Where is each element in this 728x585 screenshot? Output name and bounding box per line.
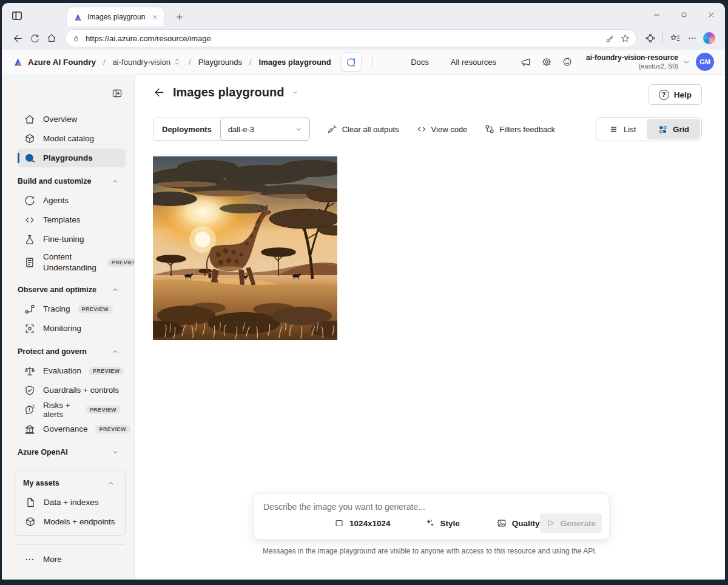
new-tab-button[interactable] [173, 10, 186, 24]
prompt-input[interactable]: Describe the image you want to generate.… [254, 494, 609, 512]
quality-button[interactable]: Quality [496, 518, 540, 529]
chevron-up-icon[interactable] [111, 177, 120, 186]
password-key-icon[interactable] [605, 33, 615, 44]
copilot-chat-button[interactable] [341, 52, 362, 72]
feedback-smiley-icon[interactable] [559, 54, 575, 70]
breadcrumb-playgrounds[interactable]: Playgrounds [198, 58, 242, 67]
docs-link[interactable]: Docs [411, 58, 429, 67]
back-arrow-icon[interactable] [153, 86, 166, 99]
tab-title: Images playground - Azure AI Fou [87, 13, 145, 21]
sidebar-item-tracing[interactable]: Tracing PREVIEW [18, 299, 126, 318]
copilot-icon[interactable] [701, 30, 718, 47]
browser-tab[interactable]: Images playground - Azure AI Fou [67, 7, 164, 27]
image-icon [496, 518, 507, 529]
sidebar-item-playgrounds[interactable]: Playgrounds [18, 149, 126, 167]
cube-icon [24, 133, 36, 145]
sparkles-icon [425, 518, 436, 529]
list-view-button[interactable]: List [598, 119, 647, 139]
sidebar-section-my-assets[interactable]: My assets [23, 474, 121, 492]
deployment-select[interactable]: dall-e-3 [220, 118, 310, 141]
page-title: Images playground [173, 85, 284, 99]
chevron-down-icon[interactable] [111, 448, 120, 456]
browser-menu-icon[interactable] [684, 30, 701, 47]
project-switch-icon [173, 58, 181, 66]
view-code-button[interactable]: View code [416, 124, 468, 135]
generated-image[interactable] [153, 156, 337, 340]
home-icon [24, 113, 36, 125]
window-maximize-button[interactable] [670, 3, 698, 26]
sidebar-item-agents[interactable]: Agents [18, 191, 126, 210]
sidebar-item-risks-alerts[interactable]: Risks + alerts PREVIEW [18, 400, 126, 419]
preview-badge: PREVIEW [86, 406, 121, 414]
sidebar-item-templates[interactable]: Templates [18, 210, 126, 229]
title-chevron-icon[interactable] [291, 89, 299, 96]
settings-gear-icon[interactable] [539, 54, 554, 70]
breadcrumb-images-playground: Images playground [259, 58, 331, 67]
style-button[interactable]: Style [425, 518, 460, 529]
disclaimer-text: Messages in the image playground are vis… [135, 547, 725, 555]
sidebar-item-overview[interactable]: Overview [18, 110, 126, 129]
home-icon[interactable] [43, 30, 60, 47]
sidebar-item-models-endpoints[interactable]: Models + endpoints [23, 512, 121, 531]
sidebar-section-azure-openai[interactable]: Azure OpenAI [18, 443, 126, 461]
sidebar-section-build-and-customize[interactable]: Build and customize [18, 172, 126, 190]
sidebar-item-content-understanding[interactable]: Content Understanding PREVIEW [18, 249, 126, 276]
browser-titlebar: Images playground - Azure AI Fou [2, 3, 725, 27]
sidebar-item-label: Playgrounds [43, 153, 93, 162]
sidebar-item-data-indexes[interactable]: Data + indexes [23, 493, 121, 512]
sidebar-section-observe-and-optimize[interactable]: Observe and optimize [18, 281, 126, 299]
back-icon[interactable] [9, 30, 26, 47]
brand-logo-icon [13, 57, 23, 67]
generate-button[interactable]: Generate [540, 513, 602, 533]
favorites-bar-icon[interactable] [667, 30, 684, 47]
alert-chat-icon [24, 404, 36, 416]
url-text[interactable]: https://ai.azure.com/resource/image [86, 34, 600, 43]
refresh-icon[interactable] [26, 30, 43, 47]
resource-info[interactable]: ai-foundry-vision-resource (eastus2, S0) [586, 53, 678, 71]
bank-icon [24, 423, 36, 435]
header-divider [372, 55, 373, 69]
sidebar-collapse-icon[interactable] [110, 86, 124, 101]
project-selector[interactable]: ai-foundry-vision [113, 58, 181, 67]
my-assets-box: My assets Data + indexes Models + endpoi… [14, 470, 126, 536]
sidebar-item-governance[interactable]: Governance PREVIEW [18, 420, 126, 438]
brand[interactable]: Azure AI Foundry [13, 57, 96, 67]
sidebar-item-fine-tuning[interactable]: Fine-tuning [18, 230, 126, 249]
document-list-icon [24, 256, 36, 269]
sidebar-item-monitoring[interactable]: Monitoring [18, 319, 126, 338]
clear-all-outputs-button[interactable]: Clear all outputs [327, 124, 399, 135]
announcements-icon[interactable] [518, 54, 534, 70]
url-bar[interactable]: https://ai.azure.com/resource/image [65, 29, 637, 47]
question-icon: ? [659, 90, 669, 100]
chevron-up-icon[interactable] [111, 286, 120, 294]
resource-details: (eastus2, S0) [586, 62, 678, 71]
avatar[interactable]: GM [696, 53, 714, 71]
grid-view-button[interactable]: Grid [647, 119, 700, 139]
sidebar-item-more[interactable]: More [18, 550, 126, 569]
window-minimize-button[interactable] [643, 3, 670, 26]
window-close-button[interactable] [698, 3, 725, 26]
extensions-icon[interactable] [642, 30, 659, 47]
prompt-bar: Describe the image you want to generate.… [253, 493, 610, 540]
list-icon [608, 124, 619, 135]
chevron-up-icon[interactable] [111, 347, 120, 356]
code-icon [24, 214, 36, 226]
chevron-up-icon[interactable] [107, 479, 115, 487]
workspaces-icon[interactable] [9, 8, 25, 24]
sidebar-section-protect-and-govern[interactable]: Protect and govern [18, 343, 126, 361]
breadcrumb-separator: / [103, 58, 106, 67]
favorite-star-icon[interactable] [620, 33, 630, 44]
filters-feedback-button[interactable]: Filters feedback [484, 124, 555, 135]
sidebar-item-model-catalog[interactable]: Model catalog [18, 129, 126, 148]
deployments-group: Deployments dall-e-3 [153, 118, 310, 141]
all-resources-link[interactable]: All resources [451, 58, 496, 67]
toolbar: Deployments dall-e-3 Clear all outputs V… [153, 117, 702, 141]
resource-chevron-icon[interactable] [682, 58, 691, 67]
deployments-label: Deployments [162, 125, 212, 134]
image-size-button[interactable]: 1024x1024 [334, 518, 391, 529]
tab-close-icon[interactable] [150, 12, 160, 22]
sidebar-item-guardrails-controls[interactable]: Guardrails + controls [18, 381, 126, 399]
sidebar-item-evaluation[interactable]: Evaluation PREVIEW [18, 361, 126, 380]
shield-check-icon [24, 384, 36, 396]
help-button[interactable]: ? Help [649, 84, 702, 105]
